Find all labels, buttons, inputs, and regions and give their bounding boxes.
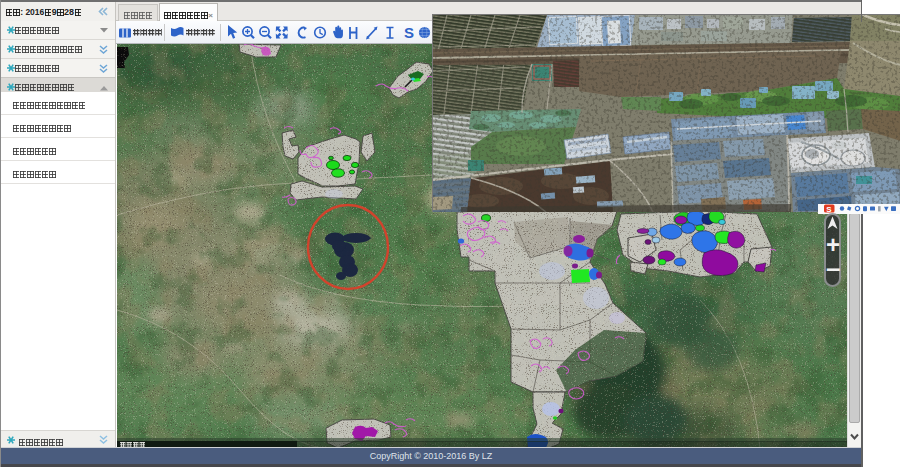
svg-text:S: S <box>826 205 832 214</box>
svg-text:S: S <box>404 24 414 41</box>
